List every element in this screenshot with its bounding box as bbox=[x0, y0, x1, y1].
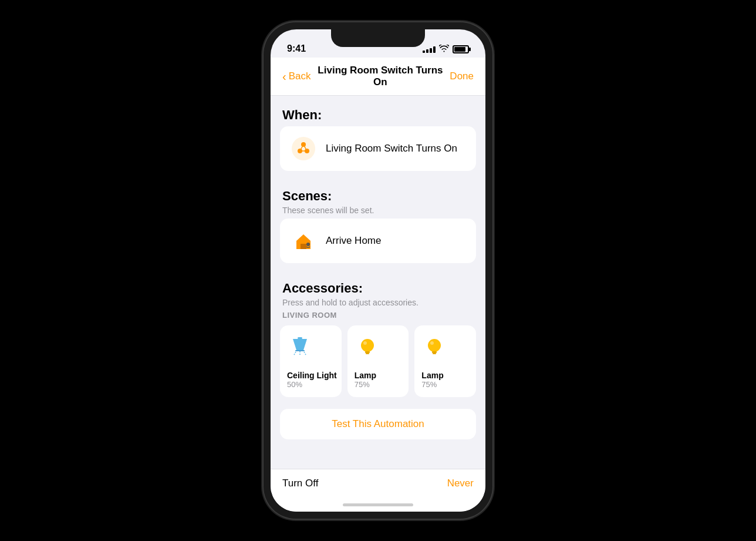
lamp2-value: 75% bbox=[421, 380, 437, 389]
scenes-title: Scenes: bbox=[282, 189, 474, 204]
signal-bars-icon bbox=[423, 46, 436, 53]
svg-line-13 bbox=[304, 352, 306, 355]
svg-rect-10 bbox=[295, 350, 305, 351]
back-label: Back bbox=[289, 70, 311, 82]
lamp1-name: Lamp bbox=[355, 371, 376, 380]
wifi-icon bbox=[439, 45, 449, 54]
never-button[interactable]: Never bbox=[447, 478, 474, 489]
phone-screen: 9:41 bbox=[271, 29, 485, 512]
scroll-content: When: Liv bbox=[271, 96, 485, 469]
room-label: LIVING ROOM bbox=[271, 311, 485, 325]
accessories-grid: Ceiling Light 50% bbox=[271, 325, 485, 397]
arrive-home-icon bbox=[291, 228, 316, 254]
turn-off-label: Turn Off bbox=[282, 478, 318, 489]
lamp1-value: 75% bbox=[355, 380, 370, 389]
lamp2-icon bbox=[421, 334, 447, 365]
accessories-title: Accessories: bbox=[282, 281, 474, 296]
battery-icon bbox=[453, 45, 469, 53]
ceiling-light-value: 50% bbox=[287, 380, 302, 389]
ceiling-light-name: Ceiling Light bbox=[287, 371, 337, 380]
lamp1-icon bbox=[355, 334, 380, 365]
scene-card[interactable]: Arrive Home bbox=[280, 219, 476, 263]
svg-point-14 bbox=[361, 339, 374, 352]
scene-label: Arrive Home bbox=[326, 235, 381, 247]
svg-point-18 bbox=[428, 339, 441, 352]
svg-rect-15 bbox=[365, 351, 370, 353]
ceiling-light-card[interactable]: Ceiling Light 50% bbox=[280, 325, 342, 397]
trigger-label: Living Room Switch Turns On bbox=[326, 143, 457, 154]
svg-point-17 bbox=[363, 341, 367, 345]
trigger-card[interactable]: Living Room Switch Turns On bbox=[280, 126, 476, 171]
svg-point-8 bbox=[306, 243, 310, 246]
homekit-icon bbox=[291, 136, 316, 162]
svg-point-0 bbox=[292, 137, 315, 160]
when-section-header: When: bbox=[271, 96, 485, 126]
accessories-section-header: Accessories: Press and hold to adjust ac… bbox=[271, 269, 485, 311]
home-indicator bbox=[271, 498, 485, 512]
svg-rect-19 bbox=[432, 351, 437, 353]
svg-rect-9 bbox=[298, 337, 302, 339]
status-time: 9:41 bbox=[287, 43, 306, 54]
lamp2-name: Lamp bbox=[421, 371, 443, 380]
accessories-subtitle: Press and hold to adjust accessories. bbox=[282, 298, 474, 307]
svg-rect-16 bbox=[366, 353, 369, 354]
notch bbox=[331, 29, 425, 47]
test-automation-button[interactable]: Test This Automation bbox=[280, 409, 476, 439]
lamp1-card[interactable]: Lamp 75% bbox=[347, 325, 409, 397]
nav-title: Living Room Switch Turns On bbox=[310, 65, 450, 88]
lamp2-card[interactable]: Lamp 75% bbox=[414, 325, 476, 397]
nav-bar: ‹ Back Living Room Switch Turns On Done bbox=[271, 58, 485, 96]
svg-rect-7 bbox=[301, 244, 306, 249]
home-bar bbox=[343, 503, 413, 506]
test-section: Test This Automation bbox=[280, 409, 476, 439]
svg-line-12 bbox=[294, 352, 296, 355]
scenes-subtitle: These scenes will be set. bbox=[282, 206, 474, 215]
phone-frame: 9:41 bbox=[264, 22, 492, 519]
bottom-bar: Turn Off Never bbox=[271, 469, 485, 498]
back-button[interactable]: ‹ Back bbox=[282, 70, 310, 82]
when-title: When: bbox=[282, 107, 474, 123]
scenes-section-header: Scenes: These scenes will be set. bbox=[271, 177, 485, 219]
status-icons bbox=[423, 45, 469, 54]
svg-point-21 bbox=[430, 341, 434, 345]
done-button[interactable]: Done bbox=[450, 70, 474, 82]
svg-rect-20 bbox=[433, 353, 436, 354]
ceiling-light-icon bbox=[287, 334, 313, 365]
chevron-left-icon: ‹ bbox=[282, 70, 286, 82]
